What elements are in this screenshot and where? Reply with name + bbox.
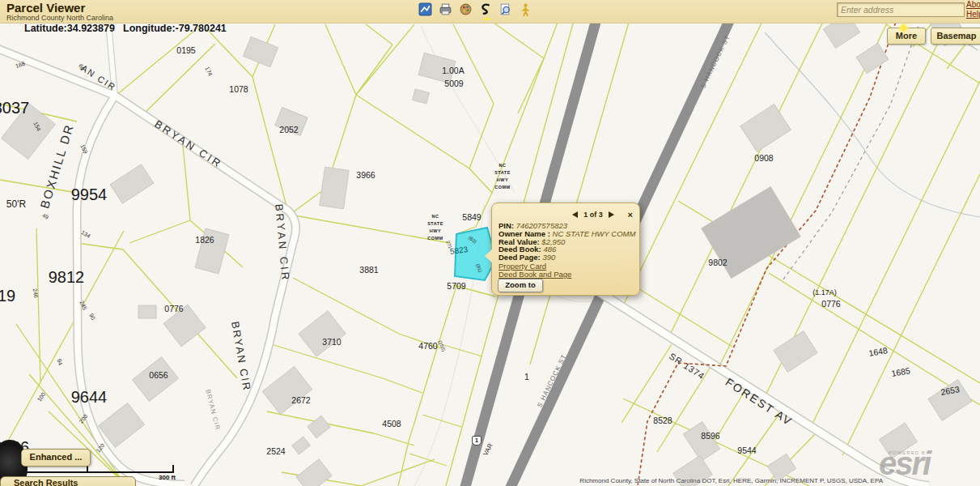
active-tool-marker [484, 18, 490, 20]
more-button[interactable]: More [887, 28, 926, 45]
print-icon[interactable] [439, 2, 453, 17]
parcel-map[interactable] [0, 0, 980, 486]
scale-imperial-label: 300 ft [159, 474, 176, 481]
address-search-input[interactable] [837, 2, 965, 17]
enhanced-button[interactable]: Enhanced ... [21, 449, 91, 467]
draw-tools-icon[interactable] [479, 2, 494, 17]
longitude-readout: Longitude:-79.780241 [123, 23, 227, 34]
popup-pager: 1 of 3 [583, 211, 603, 219]
latitude-readout: Latitude:34.923879 [24, 23, 115, 34]
identify-icon[interactable] [498, 2, 513, 17]
scale-tick [172, 465, 174, 472]
parcel-info-popup: 1 of 3 × PIN: 746207575823Owner Name : N… [491, 202, 640, 296]
locate-person-icon[interactable] [519, 2, 533, 17]
zoom-to-button[interactable]: Zoom to [498, 279, 543, 292]
parcel-viewer-app: 803799549812199644653601951078205239661.… [0, 0, 980, 486]
search-results-tab[interactable]: Search Results [0, 476, 136, 486]
close-icon[interactable]: × [628, 211, 633, 219]
app-subtitle: Richmond County North Carolina [6, 14, 113, 22]
powered-by-label: Powered by [889, 450, 930, 455]
next-parcel-icon[interactable] [609, 211, 614, 218]
scale-tick [87, 466, 88, 472]
map-attribution: Richmond County, State of North Carolina… [579, 477, 883, 484]
popup-pointer [485, 249, 493, 263]
popup-links: Property CardDeed Book and Page [498, 262, 571, 279]
popup-field: Deed Page: 390 [498, 254, 634, 262]
esri-logo: Powered by esri [879, 444, 930, 483]
app-title: Parcel Viewer [6, 1, 85, 15]
about-link[interactable]: About [966, 0, 980, 10]
popup-fields: PIN: 746207575823Owner Name : NC STATE H… [498, 222, 634, 262]
draw-palette-icon[interactable] [459, 2, 473, 17]
popup-header: 1 of 3 × [492, 207, 633, 216]
overview-map-icon[interactable] [418, 2, 433, 17]
prev-parcel-icon[interactable] [572, 211, 578, 218]
popup-link[interactable]: Deed Book and Page [498, 271, 571, 279]
scale-line [6, 471, 174, 473]
us-route-1-shield: 1 [472, 436, 482, 446]
app-header: Parcel Viewer Richmond County North Caro… [0, 0, 980, 23]
basemap-button[interactable]: Basemap [931, 28, 980, 45]
help-link[interactable]: Help [966, 10, 980, 19]
